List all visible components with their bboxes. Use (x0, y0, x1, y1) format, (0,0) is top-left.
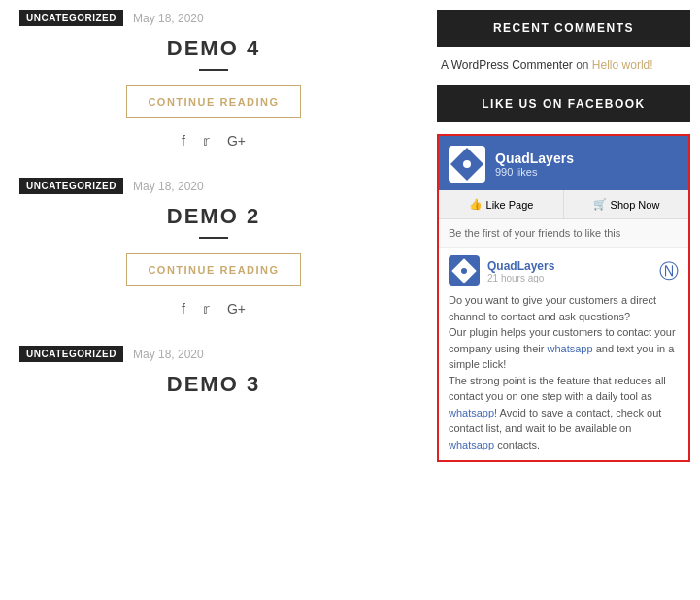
fb-post-time: 21 hours ago (487, 273, 554, 283)
post-meta-1: UNCATEGORIZED May 18, 2020 (19, 10, 408, 26)
fb-shop-label: Shop Now (611, 199, 660, 211)
fb-post-username: QuadLayers (487, 259, 554, 273)
comment-link[interactable]: Hello world! (592, 58, 653, 72)
fb-page-logo (449, 146, 485, 183)
post-title-3: DEMO 3 (19, 372, 408, 397)
comment-author: A WordPress Commenter (441, 58, 573, 72)
fb-highlight-whatsapp-3: whatsapp (449, 439, 494, 450)
facebook-share-icon-1[interactable]: f (182, 133, 185, 149)
fb-highlight-whatsapp-1: whatsapp (548, 343, 593, 354)
fb-like-label: Like Page (486, 199, 534, 211)
fb-page-name: QuadLayers (495, 150, 574, 166)
comment-preposition: on (576, 58, 592, 72)
post-social-1: f 𝕣 G+ (19, 133, 408, 149)
facebook-share-icon-2[interactable]: f (182, 301, 185, 317)
post-social-2: f 𝕣 G+ (19, 301, 408, 317)
fb-shop-now-button[interactable]: 🛒 Shop Now (564, 190, 688, 218)
fb-like-page-button[interactable]: 👍 Like Page (439, 190, 564, 218)
post-date-2: May 18, 2020 (133, 180, 204, 193)
category-badge-2: UNCATEGORIZED (19, 178, 123, 194)
fb-action-buttons: 👍 Like Page 🛒 Shop Now (439, 190, 688, 219)
fb-page-likes: 990 likes (495, 166, 574, 178)
post-divider-1 (199, 69, 228, 71)
facebook-widget: QuadLayers 990 likes 👍 Like Page 🛒 Shop … (437, 134, 690, 462)
continue-reading-button-1[interactable]: CONTINUE READING (126, 85, 301, 118)
post-date-3: May 18, 2020 (133, 348, 204, 361)
fb-avatar-icon (451, 258, 476, 283)
recent-comments-header: RECENT COMMENTS (437, 10, 690, 47)
fb-page-header: QuadLayers 990 likes (439, 136, 688, 190)
facebook-section-header: LIKE US ON FACEBOOK (437, 85, 690, 122)
fb-post-text-2: Our plugin helps your customers to conta… (449, 326, 676, 370)
post-meta-3: UNCATEGORIZED May 18, 2020 (19, 346, 408, 362)
category-badge-3: UNCATEGORIZED (19, 346, 123, 362)
fb-page-info: QuadLayers 990 likes (495, 150, 574, 178)
fb-user-avatar (449, 255, 480, 286)
fb-post-text-3: The strong point is the feature that red… (449, 375, 666, 450)
post-item-1: UNCATEGORIZED May 18, 2020 DEMO 4 CONTIN… (19, 10, 408, 149)
twitter-share-icon-2[interactable]: 𝕣 (203, 301, 210, 317)
fb-brand-icon: Ⓝ (659, 258, 679, 284)
fb-post-user-info: QuadLayers 21 hours ago (487, 259, 554, 283)
post-title-2: DEMO 2 (19, 204, 408, 229)
post-date-1: May 18, 2020 (133, 12, 204, 25)
googleplus-share-icon-2[interactable]: G+ (227, 301, 246, 317)
fb-shop-icon: 🛒 (593, 198, 607, 211)
fb-highlight-whatsapp-2: whatsapp! (449, 407, 497, 418)
googleplus-share-icon-1[interactable]: G+ (227, 133, 246, 149)
continue-reading-button-2[interactable]: CONTINUE READING (126, 253, 301, 286)
fb-post-body: Do you want to give your customers a dir… (449, 292, 679, 452)
post-divider-2 (199, 237, 228, 239)
category-badge-1: UNCATEGORIZED (19, 10, 123, 26)
post-title-1: DEMO 4 (19, 36, 408, 61)
sidebar: RECENT COMMENTS A WordPress Commenter on… (427, 10, 700, 590)
quadlayers-logo-icon (450, 148, 483, 181)
post-meta-2: UNCATEGORIZED May 18, 2020 (19, 178, 408, 194)
fb-post-header: QuadLayers 21 hours ago Ⓝ (449, 255, 679, 286)
fb-post[interactable]: QuadLayers 21 hours ago Ⓝ Do you want to… (439, 248, 688, 460)
fb-friends-notice: Be the first of your friends to like thi… (439, 219, 688, 248)
main-content: UNCATEGORIZED May 18, 2020 DEMO 4 CONTIN… (0, 10, 427, 590)
comment-entry: A WordPress Commenter on Hello world! (437, 58, 690, 72)
twitter-share-icon-1[interactable]: 𝕣 (203, 133, 210, 149)
post-item-3: UNCATEGORIZED May 18, 2020 DEMO 3 (19, 346, 408, 397)
post-item-2: UNCATEGORIZED May 18, 2020 DEMO 2 CONTIN… (19, 178, 408, 317)
fb-thumbs-icon: 👍 (469, 198, 483, 211)
fb-post-user: QuadLayers 21 hours ago (449, 255, 554, 286)
fb-post-text-1: Do you want to give your customers a dir… (449, 294, 656, 322)
